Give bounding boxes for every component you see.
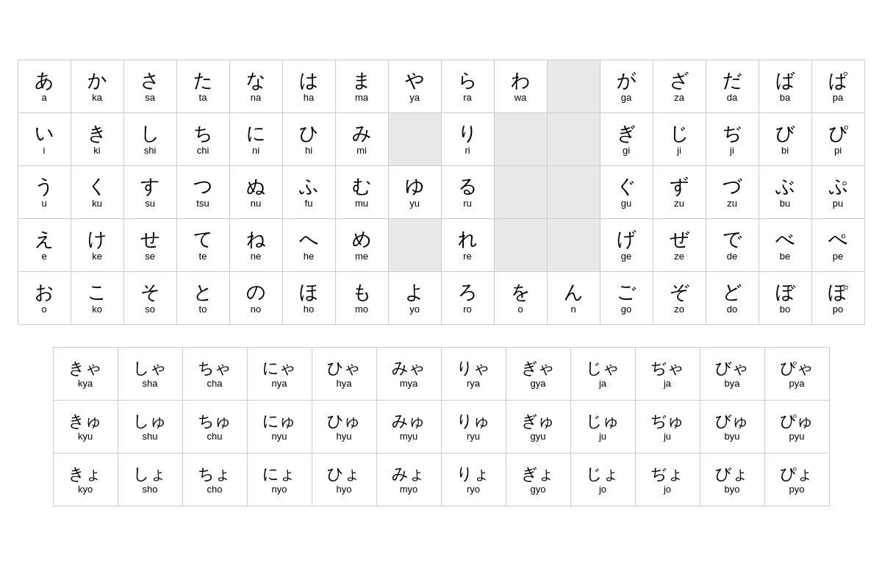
romaji-combo-label: cha [184, 378, 245, 390]
table-row: つtsu [176, 166, 229, 219]
romaji-label: ta [179, 92, 228, 104]
table-row: ぴゅpyu [764, 401, 829, 453]
romaji-label: ze [655, 251, 704, 262]
table-row: のno [229, 272, 282, 325]
kana-char: つ [179, 175, 228, 198]
kana-combo-char: ひゅ [314, 412, 375, 431]
kana-char: こ [73, 281, 122, 304]
table-row: そso [123, 272, 176, 325]
table-row: ねne [229, 219, 282, 272]
kana-char: か [73, 69, 122, 92]
kana-combo-char: びゅ [702, 412, 763, 431]
romaji-combo-label: rya [443, 378, 504, 390]
table-row: ぎゅgyu [506, 401, 570, 453]
kana-char: け [73, 228, 122, 251]
kana-char: て [179, 228, 228, 251]
table-row: ぴゃpya [764, 348, 829, 401]
kana-combo-char: りょ [443, 465, 504, 484]
kana-combo-char: びょ [702, 465, 763, 484]
kana-combo-char: きゃ [55, 359, 116, 378]
table-row [547, 219, 600, 272]
table-row: ぢゅju [635, 401, 700, 453]
romaji-label: ni [232, 145, 281, 157]
romaji-combo-label: myo [379, 484, 440, 495]
kana-combo-char: みゃ [379, 359, 440, 378]
table-row: きょkyo [53, 453, 118, 506]
romaji-label: no [232, 304, 281, 315]
kana-char: ち [179, 122, 228, 145]
table-row: じゅju [570, 401, 635, 453]
table-row: ぴょpyo [764, 453, 829, 506]
table-row: ふfu [282, 166, 335, 219]
table-row: ひょhyo [312, 453, 376, 506]
romaji-label: nu [232, 198, 281, 209]
kana-char: せ [126, 228, 175, 251]
kana-combo-char: じゃ [573, 359, 634, 378]
table-row: にni [229, 113, 282, 166]
romaji-combo-label: gyu [508, 431, 569, 442]
romaji-combo-label: kyu [55, 431, 116, 442]
romaji-label: na [232, 92, 281, 104]
romaji-combo-label: byu [702, 431, 763, 442]
romaji-label: ku [73, 198, 122, 209]
kana-char: れ [443, 228, 492, 251]
romaji-label: po [814, 304, 863, 315]
kana-char: も [337, 281, 387, 304]
table-row: ぶbu [759, 166, 811, 219]
romaji-combo-label: hyo [314, 484, 375, 495]
kana-char: べ [761, 228, 810, 251]
romaji-label: ya [390, 92, 440, 104]
table-row [494, 166, 547, 219]
table-row: わwa [494, 60, 547, 113]
table-row: どdo [706, 272, 759, 325]
table-row: ちゅchu [182, 401, 247, 453]
kana-combo-char: ひゃ [314, 359, 375, 378]
table-row: しょsho [118, 453, 182, 506]
table-row: だda [706, 60, 759, 113]
romaji-label: ma [337, 92, 387, 104]
table-row: りゃrya [441, 348, 506, 401]
kana-char: そ [126, 281, 175, 304]
table-row: えe [18, 219, 71, 272]
romaji-label: de [708, 251, 757, 262]
romaji-label: gu [602, 198, 651, 209]
kana-char: を [496, 281, 545, 304]
romaji-label: su [126, 198, 175, 209]
kana-combo-char: にゃ [249, 359, 310, 378]
kana-char: ぱ [814, 69, 863, 92]
romaji-label: ki [73, 145, 122, 157]
table-row: びbi [759, 113, 811, 166]
romaji-combo-label: sho [120, 484, 181, 495]
kana-combo-char: しゅ [120, 412, 181, 431]
table-row: ごgo [600, 272, 653, 325]
table-row: ぎょgyo [506, 453, 570, 506]
table-row: にゃnya [247, 348, 312, 401]
kana-combo-char: ぢゃ [637, 359, 698, 378]
romaji-label: ko [73, 304, 122, 315]
romaji-label: ba [761, 92, 810, 104]
kana-char: く [73, 175, 122, 198]
romaji-label: u [20, 198, 69, 209]
romaji-label: ji [708, 145, 757, 157]
kana-char: が [602, 69, 651, 92]
romaji-combo-label: nyu [249, 431, 310, 442]
table-row: むmu [335, 166, 388, 219]
romaji-label: yo [390, 304, 440, 315]
table-row: ゆyu [388, 166, 441, 219]
kana-char: ご [602, 281, 651, 304]
romaji-label: go [602, 304, 651, 315]
kana-combo-char: じょ [573, 465, 634, 484]
kana-char: ぎ [602, 122, 651, 145]
main-hiragana-table: あaかkaさsaたtaなnaはhaまmaやyaらraわwaがgaざzaだdaばb… [18, 60, 865, 325]
table-row: めme [335, 219, 388, 272]
romaji-label: be [761, 251, 810, 262]
romaji-label: e [20, 251, 69, 262]
kana-char: あ [20, 69, 69, 92]
table-row: ちchi [176, 113, 229, 166]
table-row [494, 219, 547, 272]
kana-char: や [390, 69, 440, 92]
kana-char: ぺ [814, 228, 863, 251]
table-row: しゃsha [118, 348, 182, 401]
table-row: とto [176, 272, 229, 325]
kana-char: ど [708, 281, 757, 304]
